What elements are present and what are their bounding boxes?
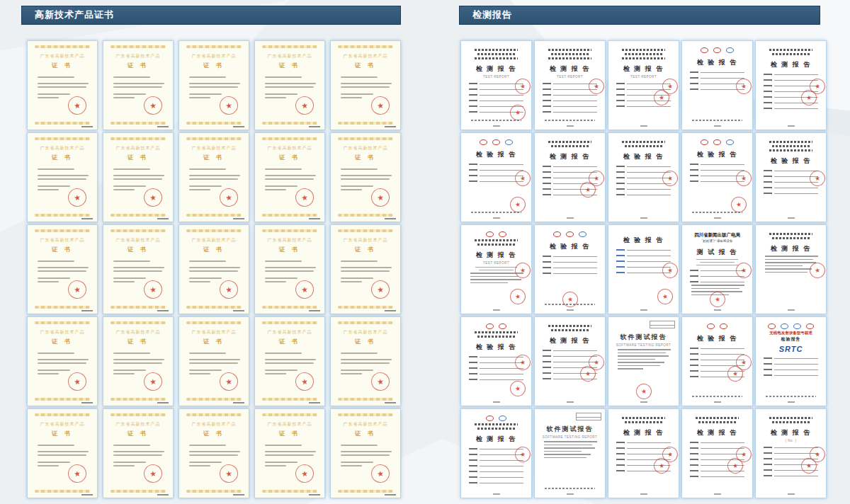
text-line [38, 370, 70, 371]
certificate-thumbnail[interactable]: 广东省高新技术产品 证 书 ★ [103, 40, 174, 130]
text-line [38, 185, 70, 187]
certificate-thumbnail[interactable]: 广东省高新技术产品 证 书 ★ [330, 408, 401, 498]
report-thumbnail[interactable]: 四川省新闻出版广电局“村村通”广播电视设备测 试 报 告★★ [681, 224, 753, 314]
certificate-thumbnail[interactable]: 广东省高新技术产品 证 书 ★ [254, 316, 325, 406]
certificate-thumbnail[interactable]: 广东省高新技术产品 证 书 ★ [178, 132, 249, 222]
report-thumbnail[interactable]: 检 测 报 告( No. )★★ [755, 408, 827, 498]
report-thumbnail[interactable]: 软件测试报告SOFTWARE TESTING REPORT [534, 408, 606, 498]
report-thumbnail[interactable]: 无线电发射设备型号核准检验报告SRTC [755, 316, 827, 406]
english-text-line [696, 259, 739, 260]
certificate-thumbnail[interactable]: 广东省高新技术产品 证 书 ★ [254, 40, 325, 130]
gold-ornament-bottom [262, 306, 317, 309]
report-thumbnail[interactable]: 检 测 报 告TEST REPORT★★ [460, 40, 532, 130]
report-thumbnail[interactable]: 检 测 报 告★★ [608, 408, 679, 498]
org-header-line [769, 141, 812, 143]
page-number [714, 217, 721, 219]
page-number [640, 217, 647, 219]
report-thumbnail[interactable]: 检 测 报 告TEST REPORT★ [534, 40, 606, 130]
gold-ornament-bottom [338, 490, 393, 493]
certificate-thumbnail[interactable]: 广东省高新技术产品 证 书 ★ [330, 40, 401, 130]
certificate-subtitle: 证 书 [185, 154, 243, 161]
gold-ornament-bottom [35, 306, 90, 309]
gold-ornament-bottom [35, 490, 90, 493]
red-star-seal-icon: ★ [218, 371, 239, 391]
org-header-line [772, 145, 810, 147]
text-line [38, 76, 74, 78]
red-seal-icon: ★ [735, 77, 753, 95]
red-seal-icon: ★ [561, 291, 579, 309]
text-line [189, 175, 240, 176]
report-thumbnail[interactable]: 检 验 报 告★ [681, 40, 753, 130]
page-number [493, 217, 500, 219]
report-thumbnail[interactable]: 检 测 报 告★ [460, 408, 532, 498]
certificate-thumbnail[interactable]: 广东省高新技术产品 证 书 ★ [178, 316, 249, 406]
field-value-line [774, 356, 818, 359]
report-thumbnail[interactable]: 检 测 报 告★ [755, 224, 827, 314]
text-line [189, 267, 240, 268]
text-line [265, 465, 286, 466]
report-thumbnail[interactable]: 检 测 报 告★★ [534, 316, 606, 406]
certificate-thumbnail[interactable]: 广东省高新技术产品 证 书 ★ [178, 408, 249, 498]
gold-ornament-bottom [186, 490, 242, 493]
certificate-title: 广东省高新技术产品 [109, 237, 167, 244]
report-thumbnail[interactable]: 检 验 报 告★ [608, 132, 679, 222]
gold-ornament-bottom [35, 122, 90, 125]
cal-logo-icon [499, 323, 506, 329]
field-label [543, 267, 551, 269]
org-name: 无线电发射设备型号核准 [761, 331, 821, 336]
report-thumbnail[interactable]: 检 验 报 告★★ [460, 316, 532, 406]
certificate-thumbnail[interactable]: 广东省高新技术产品 证 书 ★ [103, 408, 174, 498]
certificate-thumbnail[interactable]: 广东省高新技术产品 证 书 ★ [178, 40, 249, 130]
certificate-thumbnail[interactable]: 广东省高新技术产品 证 书 ★ [330, 316, 401, 406]
org-header-line [548, 49, 591, 51]
report-thumbnail[interactable]: 检 验 报 告★ [755, 132, 827, 222]
page-code [309, 310, 320, 311]
certificate-thumbnail[interactable]: 广东省高新技术产品 证 书 ★ [103, 132, 174, 222]
report-thumbnail[interactable]: 检 测 报 告★★ [534, 132, 606, 222]
text-line [113, 270, 162, 272]
certificate-thumbnail[interactable]: 广东省高新技术产品 证 书 ★ [27, 40, 98, 130]
text-line [341, 454, 390, 456]
text-line [341, 260, 378, 262]
page-number [788, 217, 795, 219]
certificate-thumbnail[interactable]: 广东省高新技术产品 证 书 ★ [103, 316, 174, 406]
certificate-thumbnail[interactable]: 广东省高新技术产品 证 书 ★ [103, 224, 174, 314]
certificate-title: 广东省高新技术产品 [33, 237, 91, 244]
certificate-thumbnail[interactable]: 广东省高新技术产品 证 书 ★ [254, 408, 325, 498]
field-label [764, 374, 772, 377]
certificate-thumbnail[interactable]: 广东省高新技术产品 证 书 ★ [27, 224, 98, 314]
certificate-thumbnail[interactable]: 广东省高新技术产品 证 书 ★ [330, 132, 401, 222]
field-label [616, 255, 625, 257]
text-line [38, 277, 70, 279]
certificate-thumbnail[interactable]: 广东省高新技术产品 证 书 ★ [27, 132, 98, 222]
certificate-thumbnail[interactable]: 广东省高新技术产品 证 书 ★ [27, 316, 98, 406]
report-thumbnail[interactable]: 检 验 报 告★★ [681, 316, 753, 406]
report-thumbnail[interactable]: 检 验 报 告★★ [681, 132, 753, 222]
field-label [469, 465, 477, 467]
report-thumbnail[interactable]: 检 测 报 告TEST REPORT★★ [608, 40, 679, 130]
report-thumbnail[interactable]: 软件测试报告SOFTWARE TESTING REPORT★ [608, 316, 679, 406]
certificate-thumbnail[interactable]: 广东省高新技术产品 证 书 ★ [254, 132, 325, 222]
certificate-thumbnail[interactable]: 广东省高新技术产品 证 书 ★ [254, 224, 325, 314]
report-thumbnail[interactable]: 检 验 报 告★★ [608, 224, 679, 314]
field-label [690, 169, 698, 171]
field-label [690, 442, 698, 444]
report-thumbnail[interactable]: 检 测 报 告★★ [681, 408, 753, 498]
report-thumbnail[interactable]: 检 测 报 告★★ [755, 40, 827, 130]
report-thumbnail[interactable]: 检 测 报 告TEST REPORT★★ [460, 224, 532, 314]
field-value-line [480, 475, 523, 478]
org-header-line [477, 53, 515, 55]
report-thumbnail[interactable]: 检 验 报 告★★ [460, 132, 532, 222]
certificate-thumbnail[interactable]: 广东省高新技术产品 证 书 ★ [178, 224, 249, 314]
text-line [189, 260, 226, 262]
certificate-thumbnail[interactable]: 广东省高新技术产品 证 书 ★ [330, 224, 401, 314]
form-field-row [469, 481, 523, 483]
report-title: 检 验 报 告 [466, 150, 526, 159]
report-thumbnail[interactable]: 检 验 报 告★ [534, 224, 606, 314]
field-label [690, 175, 698, 177]
red-star-seal-icon: ★ [294, 279, 314, 299]
cal-logo-icon [499, 231, 506, 237]
certificate-thumbnail[interactable]: 广东省高新技术产品 证 书 ★ [27, 408, 98, 498]
report-number-box [576, 413, 601, 420]
report-title: 检 验 报 告 [687, 334, 747, 343]
